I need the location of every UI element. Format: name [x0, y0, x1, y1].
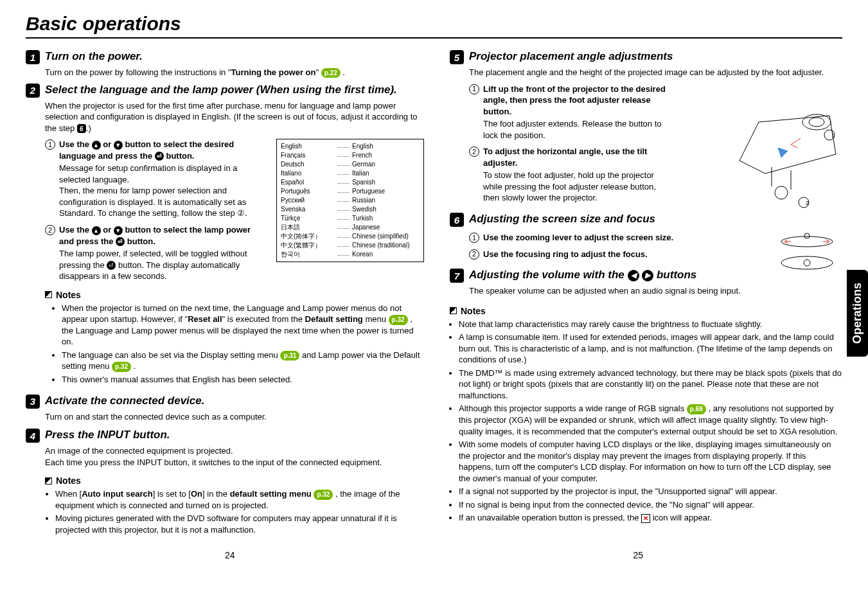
substep-2-body: The lamp power, if selected, will be tog… — [59, 248, 257, 282]
step-badge-4: 4 — [26, 429, 40, 443]
step-2-content: EnglishEnglishFrançaisFrenchDeutschGerma… — [45, 139, 424, 282]
substep-6-1-head: 1 Use the zooming lever to adjust the sc… — [469, 232, 707, 244]
substep-5-1-head: 1 Lift up the front of the projector to … — [469, 84, 668, 118]
notes-icon — [450, 307, 457, 314]
text: Adjusting the volume with the — [469, 269, 628, 281]
lang-english: Swedish — [352, 205, 420, 214]
dots — [338, 250, 350, 256]
zoom-focus-diagram — [772, 232, 842, 271]
enter-button-icon: ⏎ — [116, 237, 125, 246]
substep-2-title: Use the ▲ or ▼ button to select the lamp… — [59, 224, 257, 247]
text: Use the — [59, 225, 92, 235]
lang-english: Chinese (simplified) — [352, 232, 420, 241]
page-ref: p.22 — [321, 68, 341, 78]
circle-num: 2 — [469, 249, 479, 260]
step-3-title: Activate the connected device. — [45, 395, 204, 407]
text: menu — [363, 314, 389, 324]
notes-list-right: Note that lamp characteristics may rarel… — [450, 319, 842, 524]
notes-list-1: When the projector is turned on the next… — [55, 303, 424, 386]
substep-1-title: Use the ▲ or ▼ button to select the desi… — [59, 139, 257, 161]
language-row: FrançaisFrench — [281, 151, 420, 160]
title-rule — [26, 37, 842, 39]
step-4-body: An image of the connected equipment is p… — [45, 445, 424, 468]
lang-native: Español — [281, 178, 335, 187]
lang-english: Spanish — [352, 178, 420, 187]
dots — [338, 160, 350, 166]
substep-5-1-body: The foot adjuster extends. Release the b… — [483, 118, 668, 141]
page-numbers: 24 25 — [26, 550, 842, 560]
svg-point-9 — [781, 256, 833, 269]
step-5-head: 5 Projector placement angle adjustments — [450, 50, 842, 64]
step-7-body: The speaker volume can be adjusted when … — [469, 285, 842, 297]
step-badge-6: 6 — [450, 213, 464, 227]
text: ] is set to [ — [153, 489, 191, 499]
lang-english: Turkish — [352, 214, 420, 223]
text: or — [101, 139, 114, 149]
text: icon will appear. — [650, 513, 712, 522]
text: " — [315, 67, 321, 77]
left-button-icon: ◀ — [628, 270, 639, 281]
step-4-title: Press the INPUT button. — [45, 429, 170, 441]
step-2-intro: When the projector is used for the first… — [45, 100, 424, 134]
dots — [338, 223, 350, 229]
lang-native: 中文(简体字） — [281, 232, 335, 241]
step-7-title: Adjusting the volume with the ◀ ▶ button… — [469, 269, 696, 281]
lang-english: Chinese (traditional) — [352, 241, 420, 250]
step-2-title: Select the language and the lamp power (… — [45, 84, 397, 96]
lang-native: Türkçe — [281, 214, 335, 223]
step-badge-5: 5 — [450, 50, 464, 64]
note-item: Although this projector supports a wide … — [459, 403, 842, 437]
svg-point-8 — [804, 233, 810, 238]
substep-5-1-title: Lift up the front of the projector to th… — [483, 84, 668, 118]
section-tab: Operations — [847, 270, 868, 357]
dots — [338, 205, 350, 211]
dots — [338, 214, 350, 220]
lang-native: 한국어 — [281, 250, 335, 259]
substep-5-2-title: To adjust the horizontal angle, use the … — [483, 146, 668, 168]
note-item: If no signal is being input from the con… — [459, 499, 842, 511]
lang-english: German — [352, 160, 420, 169]
dots — [338, 142, 350, 148]
substep-1-head: 1 Use the ▲ or ▼ button to select the de… — [45, 139, 257, 161]
inline-step-ref: 6 — [77, 124, 86, 133]
substep-5-2-head: 2 To adjust the horizontal angle, use th… — [469, 146, 668, 168]
page-num-left: 24 — [225, 550, 235, 560]
dots — [338, 151, 350, 157]
lang-native: English — [281, 142, 335, 151]
substep-6-2-title: Use the focusing ring to adjust the focu… — [483, 249, 648, 260]
text: button. — [125, 236, 155, 246]
text: buttons — [653, 269, 696, 281]
note-item: Moving pictures generated with the DVD s… — [55, 513, 424, 535]
note-item: With some models of computer having LCD … — [459, 439, 842, 484]
note-item: This owner's manual assumes that English… — [62, 374, 424, 386]
circle-num: 2 — [469, 147, 479, 157]
text-bold: Default setting — [305, 314, 363, 324]
lang-native: 日本語 — [281, 223, 335, 232]
step-badge-3: 3 — [26, 395, 40, 409]
text-bold: On — [191, 489, 202, 499]
lang-english: Korean — [352, 250, 420, 259]
lang-native: 中文(繁體字） — [281, 241, 335, 250]
text: ] in the — [202, 489, 230, 499]
note-item: The language can also be set via the Dis… — [62, 350, 424, 372]
lang-native: Italiano — [281, 169, 335, 178]
lang-native: Deutsch — [281, 160, 335, 169]
up-button-icon: ▲ — [92, 226, 101, 235]
circle-num-1: 1 — [45, 139, 55, 150]
page-ref: p.32 — [112, 362, 131, 372]
circle-num: 1 — [469, 84, 479, 94]
notes-icon — [45, 477, 52, 484]
enter-button-icon: ⏎ — [107, 261, 116, 270]
step-6-title: Adjusting the screen size and focus — [469, 213, 655, 226]
text-bold: Turning the power on — [231, 67, 316, 77]
dots — [338, 232, 350, 238]
svg-point-2 — [775, 186, 788, 199]
language-row: SvenskaSwedish — [281, 205, 420, 214]
lang-native: Svenska — [281, 205, 335, 214]
text-bold: default setting menu — [230, 489, 314, 499]
step-5-title: Projector placement angle adjustments — [469, 50, 673, 63]
step-6-head: 6 Adjusting the screen size and focus — [450, 213, 842, 227]
step-7-head: 7 Adjusting the volume with the ◀ ▶ butt… — [450, 269, 842, 283]
left-column: 1 Turn on the power. Turn on the power b… — [26, 45, 424, 537]
text: When the projector is used for the first… — [45, 101, 418, 133]
